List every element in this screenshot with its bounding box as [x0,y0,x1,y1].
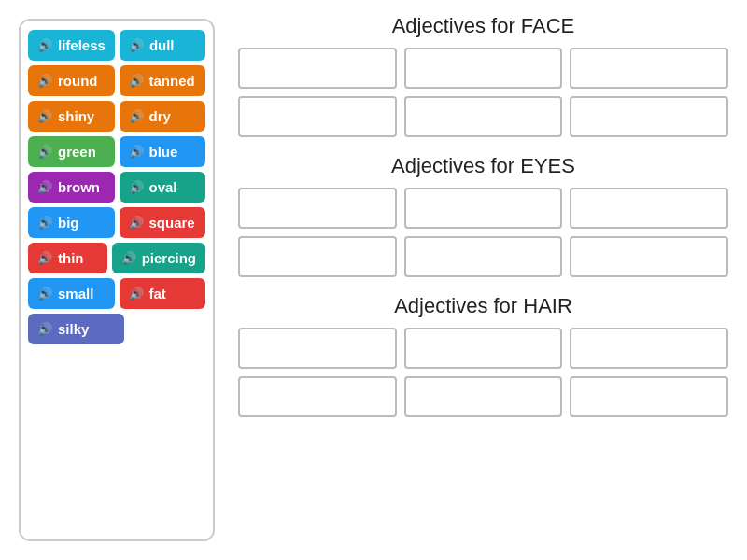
word-btn-oval[interactable]: 🔊oval [120,172,206,203]
speaker-icon: 🔊 [129,38,144,52]
speaker-icon: 🔊 [37,145,52,159]
word-row-3: 🔊green🔊blue [28,136,205,167]
word-row-2: 🔊shiny🔊dry [28,101,205,132]
word-label: green [58,144,96,160]
drop-grid-0-0 [238,48,728,89]
word-btn-fat[interactable]: 🔊fat [120,278,206,309]
word-label: tanned [149,73,195,89]
word-btn-round[interactable]: 🔊round [28,65,115,96]
word-btn-dull[interactable]: 🔊dull [120,30,205,61]
drop-grid-0-1 [238,96,728,137]
word-row-0: 🔊lifeless🔊dull [28,30,205,61]
section-0: Adjectives for FACE [238,14,728,145]
drop-box[interactable] [570,328,728,369]
drop-grid-2-1 [238,376,728,417]
word-label: brown [58,179,100,195]
word-label: lifeless [58,37,106,53]
speaker-icon: 🔊 [37,74,52,88]
speaker-icon: 🔊 [121,251,136,265]
section-title-2: Adjectives for HAIR [238,294,728,318]
drop-box[interactable] [238,236,397,277]
word-btn-tanned[interactable]: 🔊tanned [120,65,206,96]
word-label: oval [149,179,177,195]
speaker-icon: 🔊 [37,216,52,230]
section-title-1: Adjectives for EYES [238,154,728,178]
speaker-icon: 🔊 [37,251,52,265]
drop-box[interactable] [404,376,563,417]
word-btn-lifeless[interactable]: 🔊lifeless [28,30,115,61]
drop-box[interactable] [238,96,397,137]
word-row-7: 🔊small🔊fat [28,278,205,309]
drop-grid-1-0 [238,188,728,229]
drop-box[interactable] [404,236,563,277]
drop-box[interactable] [570,376,728,417]
word-label: big [58,215,79,231]
speaker-icon: 🔊 [129,74,144,88]
word-label: small [58,286,93,301]
word-label: square [149,215,195,231]
word-label: silky [58,321,89,337]
section-2: Adjectives for HAIR [238,294,728,425]
word-btn-silky[interactable]: 🔊silky [28,314,124,344]
word-label: dull [149,37,175,53]
drop-box[interactable] [570,96,728,137]
speaker-icon: 🔊 [37,180,52,194]
speaker-icon: 🔊 [129,109,144,123]
word-row-6: 🔊thin🔊piercing [28,243,205,273]
speaker-icon: 🔊 [129,180,144,194]
word-bank: 🔊lifeless🔊dull🔊round🔊tanned🔊shiny🔊dry🔊gr… [19,19,215,541]
word-btn-piercing[interactable]: 🔊piercing [112,243,205,273]
word-label: piercing [142,250,196,266]
drop-grid-2-0 [238,328,728,369]
drop-box[interactable] [238,376,397,417]
speaker-icon: 🔊 [129,287,144,301]
speaker-icon: 🔊 [129,216,144,230]
word-btn-small[interactable]: 🔊small [28,278,115,309]
word-label: fat [149,286,166,301]
drop-box[interactable] [570,188,728,229]
word-btn-brown[interactable]: 🔊brown [28,172,115,203]
drop-box[interactable] [570,236,728,277]
word-label: blue [149,144,178,160]
drop-box[interactable] [238,328,397,369]
speaker-icon: 🔊 [37,322,52,336]
word-label: round [58,73,98,89]
word-row-4: 🔊brown🔊oval [28,172,205,203]
word-row-1: 🔊round🔊tanned [28,65,205,96]
word-row-5: 🔊big🔊square [28,207,205,238]
drop-box[interactable] [404,96,563,137]
speaker-icon: 🔊 [37,38,52,52]
word-label: thin [58,250,84,266]
word-btn-big[interactable]: 🔊big [28,207,115,238]
drop-box[interactable] [404,188,563,229]
word-btn-dry[interactable]: 🔊dry [120,101,206,132]
word-row-8: 🔊silky [28,314,205,344]
speaker-icon: 🔊 [37,109,52,123]
drop-box[interactable] [570,48,728,89]
word-btn-square[interactable]: 🔊square [120,207,206,238]
drop-box[interactable] [404,328,563,369]
word-btn-blue[interactable]: 🔊blue [120,136,206,167]
word-btn-green[interactable]: 🔊green [28,136,115,167]
word-label: shiny [58,108,94,124]
word-btn-shiny[interactable]: 🔊shiny [28,101,115,132]
word-label: dry [149,108,171,124]
drop-box[interactable] [404,48,563,89]
drop-box[interactable] [238,48,397,89]
drop-box[interactable] [238,188,397,229]
drop-grid-1-1 [238,236,728,277]
speaker-icon: 🔊 [37,287,52,301]
section-1: Adjectives for EYES [238,154,728,285]
section-title-0: Adjectives for FACE [238,14,728,38]
word-btn-thin[interactable]: 🔊thin [28,243,107,273]
drop-area: Adjectives for FACEAdjectives for EYESAd… [229,0,747,560]
speaker-icon: 🔊 [129,145,144,159]
